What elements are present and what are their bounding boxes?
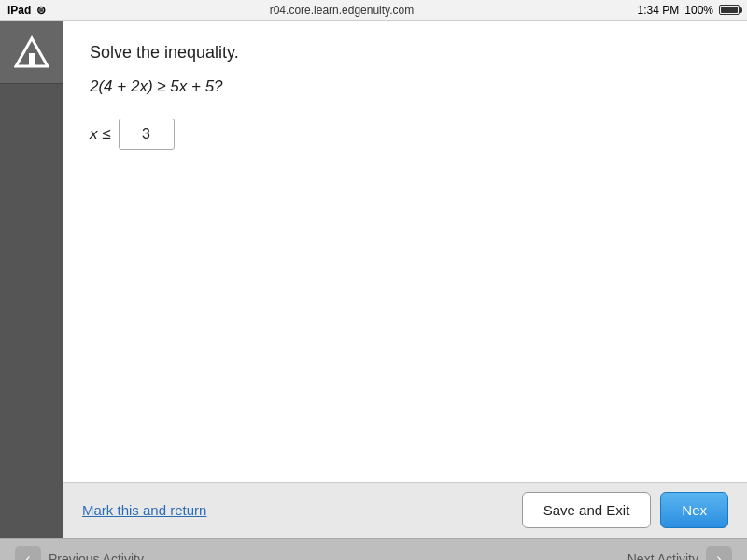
carrier-info: iPad ⊜ (7, 4, 46, 17)
arrow-up-icon (14, 35, 49, 70)
sidebar (0, 21, 63, 538)
save-exit-button[interactable]: Save and Exit (522, 492, 652, 528)
question-equation: 2(4 + 2x) ≥ 5x + 5? (90, 77, 721, 96)
previous-activity-button[interactable]: ‹ Previous Activity (15, 546, 144, 561)
answer-row: x ≤ (90, 119, 721, 150)
time-label: 1:34 PM (638, 4, 680, 17)
url-text: r04.core.learn.edgenuity.com (270, 4, 415, 17)
battery-icon (719, 5, 740, 15)
svg-rect-1 (29, 53, 35, 66)
url-bar: r04.core.learn.edgenuity.com (270, 4, 415, 17)
battery-percent: 100% (684, 4, 713, 17)
previous-label: Previous Activity (49, 552, 144, 561)
logo-icon (13, 34, 50, 71)
content-area: Solve the inequality. 2(4 + 2x) ≥ 5x + 5… (63, 21, 747, 538)
status-right: 1:34 PM 100% (638, 4, 740, 17)
carrier-label: iPad (7, 4, 31, 17)
next-nav-label: Next Activity (627, 552, 698, 561)
action-bar: Mark this and return Save and Exit Nex (63, 482, 747, 538)
main-layout: Solve the inequality. 2(4 + 2x) ≥ 5x + 5… (0, 21, 747, 538)
wifi-icon: ⊜ (36, 4, 46, 17)
status-bar: iPad ⊜ r04.core.learn.edgenuity.com 1:34… (0, 0, 747, 21)
answer-input[interactable] (119, 119, 175, 150)
next-button[interactable]: Nex (660, 492, 728, 528)
mark-return-button[interactable]: Mark this and return (82, 502, 206, 518)
prev-arrow-icon: ‹ (15, 546, 41, 561)
action-buttons: Save and Exit Nex (522, 492, 728, 528)
next-arrow-icon: › (706, 546, 732, 561)
answer-prefix: x ≤ (90, 125, 111, 144)
nav-bar: ‹ Previous Activity Next Activity › (0, 538, 747, 560)
question-instruction: Solve the inequality. (90, 43, 721, 63)
sidebar-logo (0, 21, 63, 84)
question-panel: Solve the inequality. 2(4 + 2x) ≥ 5x + 5… (63, 21, 747, 482)
next-activity-button[interactable]: Next Activity › (627, 546, 732, 561)
